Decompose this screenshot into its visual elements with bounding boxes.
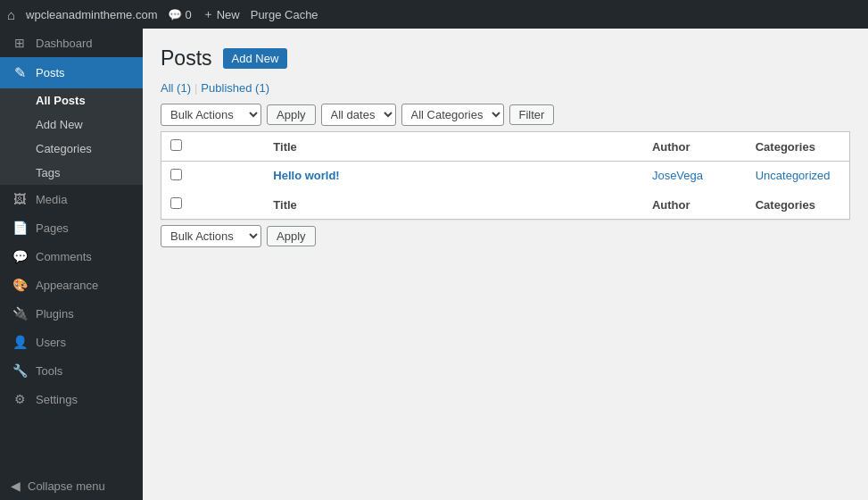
sidebar-item-label: Media [36,193,67,206]
nav-separator: | [194,81,197,95]
apply-button-bottom[interactable]: Apply [267,226,316,246]
plugins-icon: 🔌 [11,306,29,321]
home-icon[interactable]: ⌂ [7,7,15,22]
collapse-label: Collapse menu [28,479,105,493]
comments-icon-group[interactable]: 💬 0 [168,8,191,21]
select-all-checkbox-top[interactable] [170,139,182,151]
pages-icon: 📄 [11,221,29,235]
sidebar-item-label: Appearance [36,279,98,292]
sidebar-item-appearance[interactable]: 🎨 Appearance [0,271,143,299]
bulk-actions-select-top[interactable]: Bulk Actions Edit Move to Trash [161,104,261,126]
post-title-cell: Hello world! [264,162,643,191]
sidebar-item-posts[interactable]: ✎ Posts [0,57,143,88]
bulk-actions-top: Bulk Actions Edit Move to Trash [161,104,261,126]
post-title-link[interactable]: Hello world! [273,169,339,182]
sidebar-item-label: Plugins [36,307,74,321]
author-footer: Author [643,190,747,220]
collapse-menu-btn[interactable]: ◀ Collapse menu [0,461,143,500]
posts-icon: ✎ [11,64,29,81]
bulk-actions-select-bottom[interactable]: Bulk Actions Edit Move to Trash [161,225,261,247]
sidebar-item-label: Pages [36,221,69,235]
dashboard-icon: ⊞ [11,36,29,50]
sidebar-item-label: Dashboard [36,37,93,50]
sidebar-item-tools[interactable]: 🔧 Tools [0,356,143,385]
row-checkbox-cell [161,162,265,191]
sidebar-item-users[interactable]: 👤 Users [0,328,143,356]
all-dates-select[interactable]: All dates [321,104,396,126]
sidebar-item-comments[interactable]: 💬 Comments [0,242,143,271]
title-footer: Title [264,190,643,220]
new-label: New [217,8,240,21]
plus-icon: ＋ [203,6,214,22]
title-header[interactable]: Title [264,132,643,162]
new-content-btn[interactable]: ＋ New [203,6,240,22]
apply-button-top[interactable]: Apply [267,104,316,125]
settings-icon: ⚙ [11,392,29,406]
select-all-header[interactable] [161,132,265,162]
collapse-icon: ◀ [11,479,21,493]
table-row: Hello world! JoseVega Uncategorized [161,162,850,191]
categories-header: Categories [747,132,850,162]
sidebar-item-label: Posts [36,66,65,79]
posts-table: Title Author Categories Hello w [161,131,850,220]
sidebar-item-dashboard[interactable]: ⊞ Dashboard [0,29,143,57]
page-title: Posts [161,46,212,71]
tools-icon: 🔧 [11,363,29,378]
bulk-actions-bottom: Bulk Actions Edit Move to Trash [161,225,261,247]
submenu-all-posts[interactable]: All Posts [0,88,143,112]
filter-button[interactable]: Filter [509,104,555,125]
users-icon: 👤 [11,335,29,349]
submenu-add-new[interactable]: Add New [0,112,143,137]
sidebar-item-label: Tools [36,364,62,378]
appearance-icon: 🎨 [11,278,29,292]
subsubsub-nav: All (1) | Published (1) [161,81,850,95]
page-header: Posts Add New [161,46,850,71]
bottom-tablenav: Bulk Actions Edit Move to Trash Apply [161,225,850,247]
purge-cache-btn[interactable]: Purge Cache [251,8,318,21]
sidebar-item-label: Users [36,336,66,349]
filter-published-link[interactable]: Published (1) [201,81,269,95]
author-header: Author [643,132,747,162]
all-categories-select[interactable]: All Categories [401,104,504,126]
sidebar-item-media[interactable]: 🖼 Media [0,185,143,213]
submenu-categories[interactable]: Categories [0,137,143,161]
comments-menu-icon: 💬 [11,249,29,263]
row-checkbox[interactable] [170,169,182,180]
sidebar-item-label: Comments [36,250,92,263]
site-name[interactable]: wpcleanadmintheme.com [26,8,157,21]
select-all-footer[interactable] [161,190,265,220]
top-tablenav: Bulk Actions Edit Move to Trash Apply Al… [161,104,850,126]
comment-bubble-icon: 💬 [168,8,182,21]
sidebar-item-label: Settings [36,393,78,406]
post-categories-cell: Uncategorized [747,162,850,191]
media-icon: 🖼 [11,192,29,206]
sidebar-item-pages[interactable]: 📄 Pages [0,213,143,242]
sidebar-item-settings[interactable]: ⚙ Settings [0,385,143,413]
comments-count: 0 [185,8,191,21]
select-all-checkbox-bottom[interactable] [170,197,182,209]
categories-footer: Categories [747,190,850,220]
add-new-button[interactable]: Add New [223,48,288,69]
submenu-tags[interactable]: Tags [0,161,143,185]
author-link[interactable]: JoseVega [652,169,703,182]
category-link[interactable]: Uncategorized [756,169,831,182]
filter-all-link[interactable]: All (1) [161,81,191,95]
sidebar-item-plugins[interactable]: 🔌 Plugins [0,299,143,328]
post-author-cell: JoseVega [643,162,747,191]
